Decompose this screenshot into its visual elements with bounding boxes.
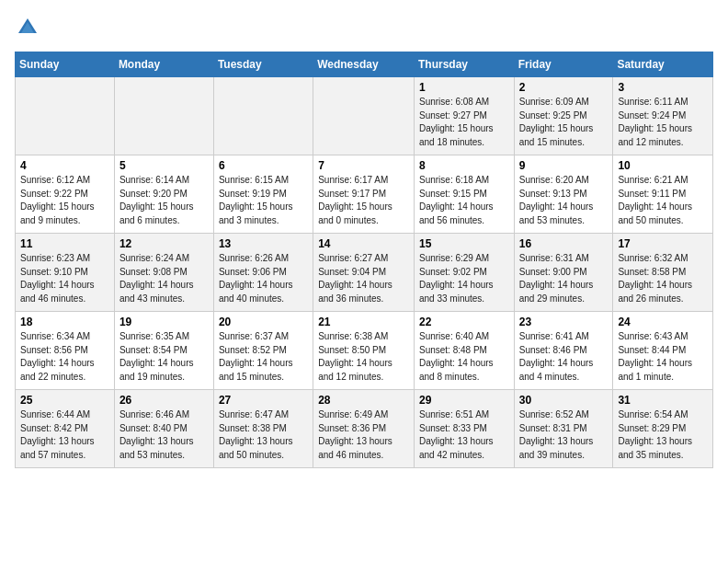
day-info: Sunrise: 6:11 AM Sunset: 9:24 PM Dayligh… <box>618 96 708 149</box>
calendar-cell: 15Sunrise: 6:29 AM Sunset: 9:02 PM Dayli… <box>414 234 514 312</box>
calendar-cell: 30Sunrise: 6:52 AM Sunset: 8:31 PM Dayli… <box>514 390 613 468</box>
day-number: 6 <box>219 159 308 172</box>
day-number: 11 <box>20 237 109 250</box>
calendar-week-5: 25Sunrise: 6:44 AM Sunset: 8:42 PM Dayli… <box>16 390 713 468</box>
calendar-cell <box>213 77 313 155</box>
day-number: 21 <box>318 316 409 328</box>
calendar-cell: 25Sunrise: 6:44 AM Sunset: 8:42 PM Dayli… <box>16 390 115 468</box>
day-info: Sunrise: 6:52 AM Sunset: 8:31 PM Dayligh… <box>519 408 609 462</box>
weekday-header-wednesday: Wednesday <box>313 52 415 77</box>
calendar-week-2: 4Sunrise: 6:12 AM Sunset: 9:22 PM Daylig… <box>16 155 713 234</box>
weekday-header-friday: Friday <box>514 52 613 77</box>
day-number: 9 <box>519 159 609 172</box>
day-info: Sunrise: 6:41 AM Sunset: 8:46 PM Dayligh… <box>519 330 609 384</box>
day-number: 31 <box>618 394 708 407</box>
day-number: 15 <box>419 237 509 250</box>
day-info: Sunrise: 6:51 AM Sunset: 8:33 PM Dayligh… <box>419 408 509 462</box>
day-info: Sunrise: 6:49 AM Sunset: 8:36 PM Dayligh… <box>318 408 409 462</box>
calendar-cell: 4Sunrise: 6:12 AM Sunset: 9:22 PM Daylig… <box>16 155 115 234</box>
calendar-cell: 28Sunrise: 6:49 AM Sunset: 8:36 PM Dayli… <box>313 390 415 468</box>
day-number: 29 <box>419 394 509 407</box>
calendar-cell: 14Sunrise: 6:27 AM Sunset: 9:04 PM Dayli… <box>313 234 415 312</box>
day-info: Sunrise: 6:31 AM Sunset: 9:00 PM Dayligh… <box>519 252 609 305</box>
calendar-cell: 13Sunrise: 6:26 AM Sunset: 9:06 PM Dayli… <box>213 234 313 312</box>
day-number: 13 <box>219 237 308 250</box>
day-info: Sunrise: 6:37 AM Sunset: 8:52 PM Dayligh… <box>219 330 308 384</box>
calendar-cell: 18Sunrise: 6:34 AM Sunset: 8:56 PM Dayli… <box>16 312 115 390</box>
day-info: Sunrise: 6:17 AM Sunset: 9:17 PM Dayligh… <box>318 174 409 227</box>
calendar-cell: 20Sunrise: 6:37 AM Sunset: 8:52 PM Dayli… <box>213 312 313 390</box>
calendar-cell: 29Sunrise: 6:51 AM Sunset: 8:33 PM Dayli… <box>414 390 514 468</box>
calendar-cell: 21Sunrise: 6:38 AM Sunset: 8:50 PM Dayli… <box>313 312 415 390</box>
calendar-table: SundayMondayTuesdayWednesdayThursdayFrid… <box>15 52 713 468</box>
day-info: Sunrise: 6:43 AM Sunset: 8:44 PM Dayligh… <box>618 330 708 384</box>
logo-icon <box>15 15 40 40</box>
day-info: Sunrise: 6:34 AM Sunset: 8:56 PM Dayligh… <box>20 330 109 384</box>
calendar-cell: 10Sunrise: 6:21 AM Sunset: 9:11 PM Dayli… <box>613 155 713 234</box>
calendar-cell: 27Sunrise: 6:47 AM Sunset: 8:38 PM Dayli… <box>213 390 313 468</box>
calendar-cell: 19Sunrise: 6:35 AM Sunset: 8:54 PM Dayli… <box>114 312 213 390</box>
calendar-week-3: 11Sunrise: 6:23 AM Sunset: 9:10 PM Dayli… <box>16 234 713 312</box>
page-header <box>15 15 713 40</box>
weekday-header-thursday: Thursday <box>414 52 514 77</box>
day-info: Sunrise: 6:14 AM Sunset: 9:20 PM Dayligh… <box>119 174 209 227</box>
day-info: Sunrise: 6:44 AM Sunset: 8:42 PM Dayligh… <box>20 408 109 462</box>
logo <box>15 15 44 40</box>
day-info: Sunrise: 6:29 AM Sunset: 9:02 PM Dayligh… <box>419 252 509 305</box>
calendar-cell: 11Sunrise: 6:23 AM Sunset: 9:10 PM Dayli… <box>16 234 115 312</box>
day-info: Sunrise: 6:27 AM Sunset: 9:04 PM Dayligh… <box>318 252 409 305</box>
calendar-cell: 7Sunrise: 6:17 AM Sunset: 9:17 PM Daylig… <box>313 155 415 234</box>
day-number: 3 <box>618 81 708 94</box>
day-info: Sunrise: 6:54 AM Sunset: 8:29 PM Dayligh… <box>618 408 708 462</box>
weekday-header-saturday: Saturday <box>613 52 713 77</box>
calendar-cell <box>16 77 115 155</box>
day-number: 8 <box>419 159 509 172</box>
day-info: Sunrise: 6:08 AM Sunset: 9:27 PM Dayligh… <box>419 96 509 149</box>
day-info: Sunrise: 6:09 AM Sunset: 9:25 PM Dayligh… <box>519 96 609 149</box>
day-number: 18 <box>20 316 109 328</box>
day-info: Sunrise: 6:21 AM Sunset: 9:11 PM Dayligh… <box>618 174 708 227</box>
calendar-cell: 3Sunrise: 6:11 AM Sunset: 9:24 PM Daylig… <box>613 77 713 155</box>
day-info: Sunrise: 6:32 AM Sunset: 8:58 PM Dayligh… <box>618 252 708 305</box>
calendar-cell <box>114 77 213 155</box>
day-number: 22 <box>419 316 509 328</box>
day-number: 16 <box>519 237 609 250</box>
day-number: 17 <box>618 237 708 250</box>
calendar-cell: 31Sunrise: 6:54 AM Sunset: 8:29 PM Dayli… <box>613 390 713 468</box>
day-info: Sunrise: 6:18 AM Sunset: 9:15 PM Dayligh… <box>419 174 509 227</box>
day-number: 27 <box>219 394 308 407</box>
day-info: Sunrise: 6:26 AM Sunset: 9:06 PM Dayligh… <box>219 252 308 305</box>
calendar-cell <box>313 77 415 155</box>
calendar-header: SundayMondayTuesdayWednesdayThursdayFrid… <box>16 52 713 77</box>
calendar-cell: 5Sunrise: 6:14 AM Sunset: 9:20 PM Daylig… <box>114 155 213 234</box>
day-number: 4 <box>20 159 109 172</box>
weekday-header-sunday: Sunday <box>16 52 115 77</box>
day-info: Sunrise: 6:12 AM Sunset: 9:22 PM Dayligh… <box>20 174 109 227</box>
calendar-cell: 24Sunrise: 6:43 AM Sunset: 8:44 PM Dayli… <box>613 312 713 390</box>
day-number: 23 <box>519 316 609 328</box>
day-info: Sunrise: 6:35 AM Sunset: 8:54 PM Dayligh… <box>119 330 209 384</box>
day-number: 25 <box>20 394 109 407</box>
day-number: 26 <box>119 394 209 407</box>
day-number: 20 <box>219 316 308 328</box>
calendar-week-4: 18Sunrise: 6:34 AM Sunset: 8:56 PM Dayli… <box>16 312 713 390</box>
day-number: 12 <box>119 237 209 250</box>
calendar-cell: 8Sunrise: 6:18 AM Sunset: 9:15 PM Daylig… <box>414 155 514 234</box>
day-info: Sunrise: 6:47 AM Sunset: 8:38 PM Dayligh… <box>219 408 308 462</box>
day-number: 10 <box>618 159 708 172</box>
day-number: 1 <box>419 81 509 94</box>
calendar-cell: 26Sunrise: 6:46 AM Sunset: 8:40 PM Dayli… <box>114 390 213 468</box>
calendar-cell: 17Sunrise: 6:32 AM Sunset: 8:58 PM Dayli… <box>613 234 713 312</box>
day-number: 19 <box>119 316 209 328</box>
day-number: 28 <box>318 394 409 407</box>
weekday-header-monday: Monday <box>114 52 213 77</box>
calendar-cell: 2Sunrise: 6:09 AM Sunset: 9:25 PM Daylig… <box>514 77 613 155</box>
day-info: Sunrise: 6:38 AM Sunset: 8:50 PM Dayligh… <box>318 330 409 384</box>
day-info: Sunrise: 6:15 AM Sunset: 9:19 PM Dayligh… <box>219 174 308 227</box>
weekday-row: SundayMondayTuesdayWednesdayThursdayFrid… <box>16 52 713 77</box>
day-number: 14 <box>318 237 409 250</box>
day-number: 5 <box>119 159 209 172</box>
calendar-cell: 23Sunrise: 6:41 AM Sunset: 8:46 PM Dayli… <box>514 312 613 390</box>
weekday-header-tuesday: Tuesday <box>213 52 313 77</box>
day-info: Sunrise: 6:40 AM Sunset: 8:48 PM Dayligh… <box>419 330 509 384</box>
